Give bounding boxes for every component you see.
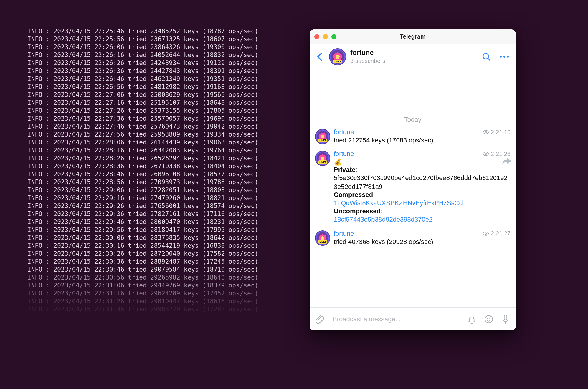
terminal-line: INFO : 2023/04/15 22:29:26 tried 2765600…: [27, 202, 258, 210]
svg-point-3: [485, 233, 486, 234]
views-icon: [483, 130, 489, 134]
telegram-window: Telegram fortune 3 subscribers Today: [310, 29, 516, 330]
message-sender[interactable]: fortune: [334, 230, 354, 237]
message-avatar[interactable]: [315, 151, 330, 166]
svg-point-5: [487, 318, 488, 319]
terminal-line: INFO : 2023/04/15 22:29:06 tried 2728205…: [27, 186, 258, 194]
mic-icon: [501, 314, 510, 324]
terminal-line: INFO : 2023/04/15 22:27:36 tried 2557005…: [27, 115, 258, 123]
terminal-line: INFO : 2023/04/15 22:25:46 tried 2348525…: [27, 27, 258, 35]
terminal-line: INFO : 2023/04/15 22:26:36 tried 2442784…: [27, 67, 258, 75]
compressed-label: Compressed: [334, 191, 373, 198]
message-meta: 2 21:27: [483, 230, 511, 237]
terminal-line: INFO : 2023/04/15 22:29:36 tried 2782716…: [27, 210, 258, 218]
views-icon: [483, 152, 489, 156]
terminal-line: INFO : 2023/04/15 22:29:16 tried 2747026…: [27, 194, 258, 202]
svg-rect-7: [504, 315, 507, 320]
terminal-line: INFO : 2023/04/15 22:27:56 tried 2595380…: [27, 131, 258, 139]
emoji-button[interactable]: [484, 315, 493, 324]
terminal-line: INFO : 2023/04/15 22:30:06 tried 2837583…: [27, 234, 258, 242]
message-text: tried 212754 keys (17083 ops/sec): [334, 137, 511, 144]
views-icon: [483, 232, 489, 236]
terminal-line: INFO : 2023/04/15 22:30:56 tried 2926598…: [27, 274, 258, 282]
message-meta: 2 21:26: [483, 151, 511, 157]
kebab-dot-icon: [503, 56, 505, 58]
share-icon: [502, 157, 512, 165]
private-key: 5f5e30c330f703c990be4ed1cd270fbee8766ddd…: [334, 174, 511, 191]
message-time: 21:26: [496, 151, 511, 157]
terminal-line: INFO : 2023/04/15 22:26:46 tried 2462134…: [27, 75, 258, 83]
message: fortune 2 21:16 tried 212754 keys (17083…: [315, 128, 511, 144]
message-time: 21:27: [496, 230, 511, 237]
channel-info[interactable]: fortune 3 subscribers: [350, 49, 478, 65]
traffic-lights: [314, 34, 336, 39]
private-label: Private: [334, 166, 355, 173]
more-button[interactable]: [500, 56, 509, 58]
terminal-line: INFO : 2023/04/15 22:27:46 tried 2576047…: [27, 123, 258, 131]
titlebar: Telegram: [310, 29, 516, 44]
minimize-button[interactable]: [323, 34, 328, 39]
terminal-line: INFO : 2023/04/15 22:29:56 tried 2818941…: [27, 226, 258, 234]
terminal-line: INFO : 2023/04/15 22:31:06 tried 2944976…: [27, 282, 258, 290]
svg-point-4: [485, 315, 492, 323]
back-button[interactable]: [314, 51, 325, 63]
paperclip-icon: [316, 315, 325, 324]
share-button[interactable]: [502, 157, 512, 165]
terminal-line: INFO : 2023/04/15 22:25:56 tried 2367132…: [27, 35, 258, 43]
terminal-line: INFO : 2023/04/15 22:26:06 tried 2386432…: [27, 43, 258, 51]
chat-header: fortune 3 subscribers: [310, 44, 516, 69]
terminal-line: INFO : 2023/04/15 22:27:16 tried 2519510…: [27, 99, 258, 107]
terminal-line: INFO : 2023/04/15 22:30:36 tried 2889248…: [27, 258, 258, 266]
message-sender[interactable]: fortune: [334, 128, 354, 136]
terminal-line: INFO : 2023/04/15 22:31:16 tried 2962428…: [27, 290, 258, 297]
composer: [310, 307, 516, 330]
message-text: 💰 Private: 5f5e30c330f703c990be4ed1cd270…: [334, 158, 511, 224]
search-icon: [482, 52, 491, 61]
message: fortune 2 21:27 tried 407368 keys (20928…: [315, 230, 511, 246]
compressed-address[interactable]: 1LQoWist8KkaUXSPKZHNvEyfrEkPHzSsCd: [334, 199, 511, 207]
uncompressed-label: Uncompressed: [334, 207, 381, 215]
attach-button[interactable]: [316, 315, 325, 324]
maximize-button[interactable]: [331, 34, 336, 39]
terminal-line: INFO : 2023/04/15 22:30:46 tried 2907958…: [27, 266, 258, 274]
message: fortune 2 21:26 💰 Private:: [315, 150, 511, 224]
emoji-moneybag: 💰: [334, 158, 342, 166]
terminal-line: INFO : 2023/04/15 22:30:26 tried 2872004…: [27, 250, 258, 258]
terminal-line: INFO : 2023/04/15 22:28:16 tried 2634208…: [27, 147, 258, 154]
chat-body[interactable]: Today fortune 2 21:16 tried 212754 keys …: [310, 69, 516, 307]
terminal-line: INFO : 2023/04/15 22:31:36 tried 2998327…: [27, 305, 258, 313]
terminal-line: INFO : 2023/04/15 22:28:46 tried 2689610…: [27, 170, 258, 178]
terminal-line: INFO : 2023/04/15 22:29:46 tried 2800947…: [27, 218, 258, 226]
terminal-line: INFO : 2023/04/15 22:30:16 tried 2854421…: [27, 242, 258, 250]
message-views: 2: [491, 230, 494, 237]
svg-point-2: [485, 153, 486, 154]
notify-button[interactable]: [467, 315, 476, 324]
channel-avatar[interactable]: [329, 48, 346, 65]
terminal-line: INFO : 2023/04/15 22:27:26 tried 2537315…: [27, 107, 258, 115]
terminal-line: INFO : 2023/04/15 22:26:56 tried 2481298…: [27, 83, 258, 91]
search-button[interactable]: [482, 52, 491, 61]
message-avatar[interactable]: [315, 230, 330, 246]
message-sender[interactable]: fortune: [334, 150, 354, 158]
terminal-line: INFO : 2023/04/15 22:28:36 tried 2671033…: [27, 162, 258, 170]
terminal-line: INFO : 2023/04/15 22:28:56 tried 2709397…: [27, 178, 258, 186]
close-button[interactable]: [314, 34, 319, 39]
voice-button[interactable]: [501, 314, 510, 324]
terminal-line: INFO : 2023/04/15 22:27:06 tried 2500862…: [27, 91, 258, 99]
bell-icon: [467, 315, 476, 324]
terminal-line: INFO : 2023/04/15 22:28:26 tried 2652629…: [27, 154, 258, 162]
uncompressed-address[interactable]: 18cf57443e5b38d92de398d370e2: [334, 215, 511, 224]
kebab-dot-icon: [500, 56, 502, 58]
terminal-log: INFO : 2023/04/15 22:25:46 tried 2348525…: [27, 27, 258, 313]
composer-input[interactable]: [333, 315, 459, 323]
message-time: 21:16: [496, 129, 511, 136]
svg-point-6: [489, 318, 490, 319]
terminal-line: INFO : 2023/04/15 22:26:16 tried 2405264…: [27, 51, 258, 59]
channel-name: fortune: [350, 49, 478, 57]
message-views: 2: [491, 129, 494, 136]
terminal-line: INFO : 2023/04/15 22:31:26 tried 2981044…: [27, 297, 258, 305]
kebab-dot-icon: [507, 56, 509, 58]
smile-icon: [484, 315, 493, 324]
message-avatar[interactable]: [315, 129, 330, 144]
chevron-left-icon: [317, 52, 322, 61]
